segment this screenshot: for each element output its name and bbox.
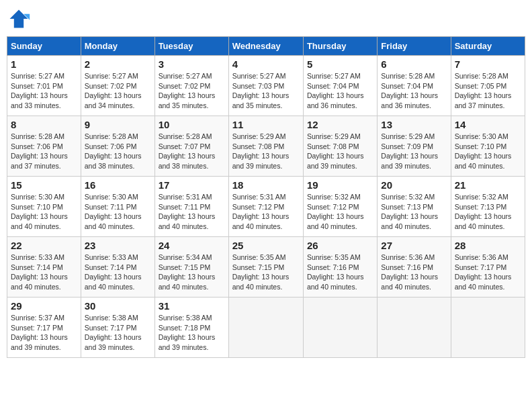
col-header-monday: Monday bbox=[81, 37, 154, 56]
day-cell-8: 8 Sunrise: 5:28 AM Sunset: 7:06 PM Dayli… bbox=[7, 116, 81, 177]
day-cell-19: 19 Sunrise: 5:32 AM Sunset: 7:12 PM Dayl… bbox=[303, 177, 377, 237]
day-cell-21: 21 Sunrise: 5:32 AM Sunset: 7:13 PM Dayl… bbox=[451, 177, 525, 237]
day-cell-3: 3 Sunrise: 5:27 AM Sunset: 7:02 PM Dayli… bbox=[154, 56, 228, 116]
day-number: 19 bbox=[307, 179, 373, 191]
day-info: Sunrise: 5:30 AM Sunset: 7:10 PM Dayligh… bbox=[455, 132, 521, 171]
day-number: 27 bbox=[381, 240, 447, 251]
day-info: Sunrise: 5:27 AM Sunset: 7:01 PM Dayligh… bbox=[11, 71, 77, 111]
day-number: 20 bbox=[381, 179, 447, 191]
day-cell-12: 12 Sunrise: 5:29 AM Sunset: 7:08 PM Dayl… bbox=[303, 116, 377, 177]
day-number: 18 bbox=[232, 179, 300, 191]
empty-cell bbox=[451, 298, 525, 358]
day-info: Sunrise: 5:27 AM Sunset: 7:02 PM Dayligh… bbox=[85, 71, 151, 111]
day-cell-11: 11 Sunrise: 5:29 AM Sunset: 7:08 PM Dayl… bbox=[228, 116, 303, 177]
day-number: 16 bbox=[85, 179, 151, 191]
day-info: Sunrise: 5:33 AM Sunset: 7:14 PM Dayligh… bbox=[11, 253, 77, 292]
day-cell-24: 24 Sunrise: 5:34 AM Sunset: 7:15 PM Dayl… bbox=[154, 237, 228, 298]
day-number: 13 bbox=[381, 119, 447, 130]
day-info: Sunrise: 5:28 AM Sunset: 7:06 PM Dayligh… bbox=[11, 132, 77, 171]
day-number: 1 bbox=[11, 58, 77, 70]
day-info: Sunrise: 5:32 AM Sunset: 7:13 PM Dayligh… bbox=[455, 192, 521, 232]
day-cell-4: 4 Sunrise: 5:27 AM Sunset: 7:03 PM Dayli… bbox=[228, 56, 303, 116]
day-number: 25 bbox=[232, 240, 300, 251]
day-info: Sunrise: 5:29 AM Sunset: 7:09 PM Dayligh… bbox=[381, 132, 447, 171]
day-info: Sunrise: 5:30 AM Sunset: 7:10 PM Dayligh… bbox=[11, 192, 77, 232]
day-cell-30: 30 Sunrise: 5:38 AM Sunset: 7:17 PM Dayl… bbox=[81, 298, 154, 358]
day-cell-15: 15 Sunrise: 5:30 AM Sunset: 7:10 PM Dayl… bbox=[7, 177, 81, 237]
day-number: 11 bbox=[232, 119, 300, 130]
day-number: 17 bbox=[159, 179, 225, 191]
day-info: Sunrise: 5:28 AM Sunset: 7:05 PM Dayligh… bbox=[455, 71, 521, 111]
day-number: 5 bbox=[307, 58, 373, 70]
week-row-1: 1 Sunrise: 5:27 AM Sunset: 7:01 PM Dayli… bbox=[7, 56, 525, 116]
day-info: Sunrise: 5:38 AM Sunset: 7:18 PM Dayligh… bbox=[159, 313, 225, 353]
week-row-3: 15 Sunrise: 5:30 AM Sunset: 7:10 PM Dayl… bbox=[7, 177, 525, 237]
day-cell-25: 25 Sunrise: 5:35 AM Sunset: 7:15 PM Dayl… bbox=[228, 237, 303, 298]
logo bbox=[7, 7, 34, 31]
day-number: 28 bbox=[455, 240, 521, 251]
day-cell-31: 31 Sunrise: 5:38 AM Sunset: 7:18 PM Dayl… bbox=[154, 298, 228, 358]
day-cell-27: 27 Sunrise: 5:36 AM Sunset: 7:16 PM Dayl… bbox=[378, 237, 451, 298]
day-number: 9 bbox=[85, 119, 151, 130]
day-info: Sunrise: 5:34 AM Sunset: 7:15 PM Dayligh… bbox=[159, 253, 225, 292]
day-info: Sunrise: 5:30 AM Sunset: 7:11 PM Dayligh… bbox=[85, 192, 151, 232]
page-header bbox=[7, 7, 525, 31]
day-number: 29 bbox=[11, 300, 77, 312]
day-cell-18: 18 Sunrise: 5:31 AM Sunset: 7:12 PM Dayl… bbox=[228, 177, 303, 237]
day-info: Sunrise: 5:35 AM Sunset: 7:15 PM Dayligh… bbox=[232, 253, 300, 292]
day-cell-1: 1 Sunrise: 5:27 AM Sunset: 7:01 PM Dayli… bbox=[7, 56, 81, 116]
day-number: 31 bbox=[159, 300, 225, 312]
day-cell-17: 17 Sunrise: 5:31 AM Sunset: 7:11 PM Dayl… bbox=[154, 177, 228, 237]
day-cell-22: 22 Sunrise: 5:33 AM Sunset: 7:14 PM Dayl… bbox=[7, 237, 81, 298]
day-number: 3 bbox=[159, 58, 225, 70]
day-info: Sunrise: 5:36 AM Sunset: 7:16 PM Dayligh… bbox=[381, 253, 447, 292]
day-number: 22 bbox=[11, 240, 77, 251]
col-header-thursday: Thursday bbox=[303, 37, 377, 56]
day-info: Sunrise: 5:36 AM Sunset: 7:17 PM Dayligh… bbox=[455, 253, 521, 292]
day-info: Sunrise: 5:35 AM Sunset: 7:16 PM Dayligh… bbox=[307, 253, 373, 292]
day-info: Sunrise: 5:27 AM Sunset: 7:03 PM Dayligh… bbox=[232, 71, 300, 111]
day-number: 7 bbox=[455, 58, 521, 70]
calendar-table: SundayMondayTuesdayWednesdayThursdayFrid… bbox=[7, 36, 525, 358]
day-cell-13: 13 Sunrise: 5:29 AM Sunset: 7:09 PM Dayl… bbox=[378, 116, 451, 177]
day-number: 30 bbox=[85, 300, 151, 312]
day-info: Sunrise: 5:29 AM Sunset: 7:08 PM Dayligh… bbox=[232, 132, 300, 171]
day-info: Sunrise: 5:33 AM Sunset: 7:14 PM Dayligh… bbox=[85, 253, 151, 292]
day-info: Sunrise: 5:37 AM Sunset: 7:17 PM Dayligh… bbox=[11, 313, 77, 353]
day-cell-26: 26 Sunrise: 5:35 AM Sunset: 7:16 PM Dayl… bbox=[303, 237, 377, 298]
week-row-5: 29 Sunrise: 5:37 AM Sunset: 7:17 PM Dayl… bbox=[7, 298, 525, 358]
day-number: 6 bbox=[381, 58, 447, 70]
week-row-4: 22 Sunrise: 5:33 AM Sunset: 7:14 PM Dayl… bbox=[7, 237, 525, 298]
day-info: Sunrise: 5:32 AM Sunset: 7:13 PM Dayligh… bbox=[381, 192, 447, 232]
svg-marker-0 bbox=[10, 10, 28, 28]
day-cell-10: 10 Sunrise: 5:28 AM Sunset: 7:07 PM Dayl… bbox=[154, 116, 228, 177]
col-header-sunday: Sunday bbox=[7, 37, 81, 56]
empty-cell bbox=[378, 298, 451, 358]
col-header-tuesday: Tuesday bbox=[154, 37, 228, 56]
day-number: 4 bbox=[232, 58, 300, 70]
day-cell-7: 7 Sunrise: 5:28 AM Sunset: 7:05 PM Dayli… bbox=[451, 56, 525, 116]
day-info: Sunrise: 5:31 AM Sunset: 7:11 PM Dayligh… bbox=[159, 192, 225, 232]
day-cell-16: 16 Sunrise: 5:30 AM Sunset: 7:11 PM Dayl… bbox=[81, 177, 154, 237]
day-cell-20: 20 Sunrise: 5:32 AM Sunset: 7:13 PM Dayl… bbox=[378, 177, 451, 237]
day-info: Sunrise: 5:27 AM Sunset: 7:02 PM Dayligh… bbox=[159, 71, 225, 111]
day-number: 23 bbox=[85, 240, 151, 251]
day-info: Sunrise: 5:38 AM Sunset: 7:17 PM Dayligh… bbox=[85, 313, 151, 353]
col-header-wednesday: Wednesday bbox=[228, 37, 303, 56]
day-cell-23: 23 Sunrise: 5:33 AM Sunset: 7:14 PM Dayl… bbox=[81, 237, 154, 298]
week-row-2: 8 Sunrise: 5:28 AM Sunset: 7:06 PM Dayli… bbox=[7, 116, 525, 177]
day-cell-14: 14 Sunrise: 5:30 AM Sunset: 7:10 PM Dayl… bbox=[451, 116, 525, 177]
logo-icon bbox=[7, 7, 31, 31]
day-number: 15 bbox=[11, 179, 77, 191]
day-info: Sunrise: 5:28 AM Sunset: 7:07 PM Dayligh… bbox=[159, 132, 225, 171]
header-row: SundayMondayTuesdayWednesdayThursdayFrid… bbox=[7, 37, 525, 56]
day-info: Sunrise: 5:31 AM Sunset: 7:12 PM Dayligh… bbox=[232, 192, 300, 232]
day-number: 26 bbox=[307, 240, 373, 251]
empty-cell bbox=[228, 298, 303, 358]
day-cell-6: 6 Sunrise: 5:28 AM Sunset: 7:04 PM Dayli… bbox=[378, 56, 451, 116]
day-info: Sunrise: 5:27 AM Sunset: 7:04 PM Dayligh… bbox=[307, 71, 373, 111]
day-cell-9: 9 Sunrise: 5:28 AM Sunset: 7:06 PM Dayli… bbox=[81, 116, 154, 177]
day-number: 14 bbox=[455, 119, 521, 130]
col-header-friday: Friday bbox=[378, 37, 451, 56]
day-info: Sunrise: 5:29 AM Sunset: 7:08 PM Dayligh… bbox=[307, 132, 373, 171]
